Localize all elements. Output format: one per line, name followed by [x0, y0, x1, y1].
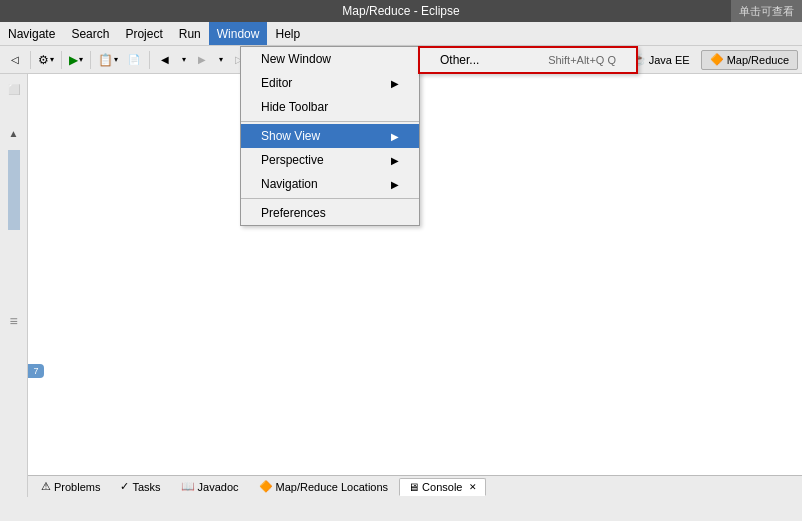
show-view-label: Show View — [261, 129, 320, 143]
menu-new-window[interactable]: New Window — [241, 47, 419, 71]
tab-problems-label: Problems — [54, 481, 100, 493]
bottom-tabs: ⚠ Problems ✓ Tasks 📖 Javadoc 🔶 Map/Reduc… — [28, 475, 802, 497]
map-reduce-label: Map/Reduce — [727, 54, 789, 66]
javadoc-icon: 📖 — [181, 480, 195, 493]
tab-javadoc-label: Javadoc — [198, 481, 239, 493]
other-shortcut: Shift+Alt+Q Q — [548, 54, 616, 66]
toolbar-sep-4 — [149, 51, 150, 69]
sidebar-arrow-up-icon[interactable]: ▲ — [3, 122, 25, 144]
java-ee-label: Java EE — [649, 54, 690, 66]
hide-toolbar-label: Hide Toolbar — [261, 100, 328, 114]
tasks-icon: ✓ — [120, 480, 129, 493]
tab-console[interactable]: 🖥 Console ✕ — [399, 478, 486, 496]
external-dropdown-arrow: ▾ — [114, 55, 118, 64]
badge-number: 7 — [28, 364, 44, 378]
map-reduce-perspective-btn[interactable]: 🔶 Map/Reduce — [701, 50, 798, 70]
toolbar-file-btn[interactable]: 📄 — [123, 49, 145, 71]
toolbar-arrow-left-dropdown[interactable]: ▾ — [178, 49, 189, 71]
menu-project[interactable]: Project — [117, 22, 170, 45]
navigation-arrow-icon: ▶ — [391, 179, 399, 190]
menu-help[interactable]: Help — [267, 22, 308, 45]
toolbar-arrow-right-btn[interactable]: ▶ — [191, 49, 213, 71]
tab-mapreduce-label: Map/Reduce Locations — [276, 481, 389, 493]
gear-icon: ⚙ — [38, 53, 49, 67]
tab-mapreduce-locations[interactable]: 🔶 Map/Reduce Locations — [250, 478, 398, 496]
menu-run[interactable]: Run — [171, 22, 209, 45]
external-icon: 📋 — [98, 53, 113, 67]
title-bar: Map/Reduce - Eclipse 单击可查看 — [0, 0, 802, 22]
menu-preferences[interactable]: Preferences — [241, 201, 419, 225]
tab-tasks-label: Tasks — [132, 481, 160, 493]
tab-tasks[interactable]: ✓ Tasks — [111, 478, 169, 496]
toolbar-sep-3 — [90, 51, 91, 69]
left-sidebar: ⬜ ▲ ≡ — [0, 74, 28, 497]
toolbar-arrow-right-dropdown[interactable]: ▾ — [215, 49, 226, 71]
toolbar-run-btn[interactable]: ▶ ▾ — [66, 49, 86, 71]
arrow-left-dropdown-icon: ▾ — [182, 55, 186, 64]
console-icon: 🖥 — [408, 481, 419, 493]
menu-separator-2 — [241, 198, 419, 199]
show-view-submenu: Other... Shift+Alt+Q Q — [418, 46, 638, 74]
problems-icon: ⚠ — [41, 480, 51, 493]
editor-label: Editor — [261, 76, 292, 90]
editor-arrow-icon: ▶ — [391, 78, 399, 89]
submenu-other[interactable]: Other... Shift+Alt+Q Q — [420, 48, 636, 72]
menu-navigate[interactable]: Navigate — [0, 22, 63, 45]
sidebar-equals-icon: ≡ — [3, 310, 25, 332]
menu-perspective[interactable]: Perspective ▶ — [241, 148, 419, 172]
title-bar-hint: 单击可查看 — [731, 0, 802, 22]
menu-navigation[interactable]: Navigation ▶ — [241, 172, 419, 196]
perspective-label: Perspective — [261, 153, 324, 167]
console-close-icon[interactable]: ✕ — [469, 482, 477, 492]
sidebar-collapse-icon[interactable]: ⬜ — [3, 78, 25, 100]
map-reduce-icon: 🔶 — [710, 53, 724, 66]
menu-editor[interactable]: Editor ▶ — [241, 71, 419, 95]
toolbar-arrow-left-btn[interactable]: ◀ — [154, 49, 176, 71]
mapreduce-icon: 🔶 — [259, 480, 273, 493]
new-window-label: New Window — [261, 52, 331, 66]
toolbar-sep-1 — [30, 51, 31, 69]
toolbar-external-btn[interactable]: 📋 ▾ — [95, 49, 121, 71]
menu-window[interactable]: Window — [209, 22, 268, 45]
toolbar-gear-btn[interactable]: ⚙ ▾ — [35, 49, 57, 71]
menu-show-view[interactable]: Show View ▶ — [241, 124, 419, 148]
run-dropdown-arrow: ▾ — [79, 55, 83, 64]
sidebar-scroll-indicator — [8, 150, 20, 230]
other-label: Other... — [440, 53, 479, 67]
menu-separator-1 — [241, 121, 419, 122]
toolbar-back-btn[interactable]: ◁ — [4, 49, 26, 71]
toolbar-sep-2 — [61, 51, 62, 69]
gear-dropdown-arrow: ▾ — [50, 55, 54, 64]
perspective-arrow-icon: ▶ — [391, 155, 399, 166]
menu-hide-toolbar[interactable]: Hide Toolbar — [241, 95, 419, 119]
tab-problems[interactable]: ⚠ Problems — [32, 478, 109, 496]
preferences-label: Preferences — [261, 206, 326, 220]
arrow-right-dropdown-icon: ▾ — [219, 55, 223, 64]
menu-bar: Navigate Search Project Run Window Help — [0, 22, 802, 46]
show-view-arrow-icon: ▶ — [391, 131, 399, 142]
navigation-label: Navigation — [261, 177, 318, 191]
tab-console-label: Console — [422, 481, 462, 493]
tab-javadoc[interactable]: 📖 Javadoc — [172, 478, 248, 496]
title-text: Map/Reduce - Eclipse — [342, 4, 459, 18]
window-dropdown-menu: New Window Editor ▶ Hide Toolbar Show Vi… — [240, 46, 420, 226]
menu-search[interactable]: Search — [63, 22, 117, 45]
run-icon: ▶ — [69, 53, 78, 67]
